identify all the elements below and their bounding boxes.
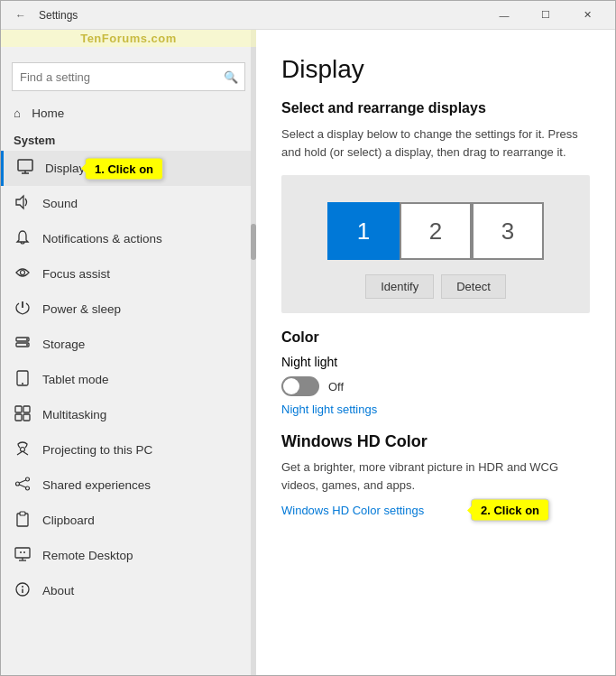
svg-rect-23	[15, 548, 30, 558]
night-light-toggle[interactable]	[281, 376, 319, 396]
monitor-buttons: Identify Detect	[365, 274, 506, 299]
maximize-button[interactable]: ☐	[525, 1, 566, 30]
svg-point-8	[26, 344, 28, 346]
sidebar-item-notifications-label: Notifications & actions	[42, 232, 162, 245]
svg-point-16	[16, 482, 20, 486]
svg-rect-22	[20, 512, 25, 515]
shared-icon	[14, 476, 32, 495]
sidebar-item-shared[interactable]: Shared experiences	[1, 468, 256, 503]
search-input[interactable]	[12, 62, 245, 91]
sidebar-item-remote[interactable]: Remote Desktop	[1, 538, 256, 573]
monitor-3[interactable]: 3	[472, 202, 544, 260]
svg-rect-14	[23, 414, 30, 421]
night-light-label: Night light	[281, 355, 337, 369]
night-light-row: Night light	[281, 355, 590, 369]
svg-rect-11	[15, 406, 22, 412]
main-content: TenForums.com 🔍 ⌂ Home System	[1, 30, 615, 675]
focus-icon	[14, 264, 32, 283]
svg-point-7	[26, 338, 28, 340]
svg-rect-0	[18, 160, 32, 171]
sidebar: TenForums.com 🔍 ⌂ Home System	[1, 30, 256, 675]
home-icon: ⌂	[14, 106, 21, 120]
monitor-area: 1 2 3 Identify Detect	[281, 175, 590, 313]
about-icon	[14, 581, 32, 600]
back-button[interactable]: ←	[8, 3, 33, 28]
sidebar-item-multitasking-label: Multitasking	[42, 408, 106, 421]
search-box: 🔍	[12, 62, 245, 91]
detect-button[interactable]: Detect	[441, 274, 506, 299]
toggle-state-label: Off	[328, 380, 344, 394]
sidebar-item-home[interactable]: ⌂ Home	[1, 98, 256, 128]
sidebar-item-storage-label: Storage	[42, 338, 85, 351]
sidebar-item-remote-label: Remote Desktop	[42, 549, 133, 562]
sidebar-item-sound[interactable]: Sound	[1, 186, 256, 221]
svg-point-10	[22, 383, 23, 384]
home-label: Home	[32, 106, 64, 120]
sidebar-item-clipboard-label: Clipboard	[42, 514, 95, 527]
page-title: Display	[281, 55, 590, 84]
rearrange-desc: Select a display below to change the set…	[281, 125, 590, 161]
hd-link-row: Windows HD Color settings 2. Click on	[281, 503, 424, 517]
sidebar-item-focus-label: Focus assist	[42, 267, 110, 281]
callout-2: 2. Click on	[471, 499, 549, 522]
callout2-arrow	[463, 505, 472, 514]
sidebar-item-power[interactable]: Power & sleep	[1, 292, 256, 327]
main-panel: Display Select and rearrange displays Se…	[256, 30, 615, 675]
svg-marker-3	[16, 196, 23, 208]
sidebar-item-multitasking[interactable]: Multitasking	[1, 397, 256, 432]
monitor-2[interactable]: 2	[400, 202, 472, 260]
callout-1: 1. Click on	[85, 157, 163, 180]
minimize-button[interactable]: —	[483, 1, 525, 30]
projecting-icon	[14, 440, 32, 459]
sidebar-item-sound-label: Sound	[42, 197, 78, 210]
sidebar-item-projecting[interactable]: Projecting to this PC	[1, 432, 256, 468]
svg-point-17	[26, 477, 30, 481]
sidebar-item-tablet-label: Tablet mode	[42, 373, 109, 386]
sidebar-item-notifications[interactable]: Notifications & actions	[1, 221, 256, 256]
svg-point-4	[21, 271, 25, 275]
sound-icon	[14, 194, 32, 213]
sidebar-list: Display 1. Click on Sound	[1, 151, 256, 675]
sidebar-item-tablet[interactable]: Tablet mode	[1, 362, 256, 397]
sidebar-item-about-label: About	[42, 584, 74, 597]
svg-rect-13	[15, 414, 22, 421]
window-title: Settings	[33, 9, 483, 22]
sidebar-item-about[interactable]: About	[1, 573, 256, 608]
notifications-icon	[14, 229, 32, 248]
night-light-settings-link[interactable]: Night light settings	[281, 403, 377, 416]
svg-rect-12	[23, 406, 30, 412]
svg-point-18	[26, 486, 30, 490]
identify-button[interactable]: Identify	[365, 274, 434, 299]
hd-color-section: Windows HD Color Get a brighter, more vi…	[281, 432, 590, 517]
system-label: System	[1, 128, 256, 151]
sidebar-item-clipboard[interactable]: Clipboard	[1, 503, 256, 538]
color-section: Color Night light Off Night light settin…	[281, 329, 590, 416]
toggle-knob	[283, 378, 299, 394]
color-title: Color	[281, 329, 590, 346]
close-button[interactable]: ✕	[566, 1, 608, 30]
rearrange-title: Select and rearrange displays	[281, 100, 590, 116]
toggle-row: Off	[281, 376, 590, 396]
watermark: TenForums.com	[1, 30, 256, 47]
multitasking-icon	[14, 405, 32, 424]
hd-color-settings-link[interactable]: Windows HD Color settings	[281, 504, 424, 517]
monitor-1[interactable]: 1	[327, 202, 400, 260]
storage-icon	[14, 335, 32, 354]
clipboard-icon	[14, 511, 32, 530]
remote-icon	[14, 546, 32, 565]
search-icon: 🔍	[224, 70, 238, 84]
sidebar-item-focus[interactable]: Focus assist	[1, 256, 256, 292]
hd-color-desc: Get a brighter, more vibrant picture in …	[281, 458, 590, 494]
monitor-row: 1 2 3	[327, 202, 544, 260]
sidebar-item-storage[interactable]: Storage	[1, 327, 256, 362]
sidebar-item-display[interactable]: Display 1. Click on	[1, 151, 256, 186]
sidebar-item-shared-label: Shared experiences	[42, 478, 151, 492]
settings-window: ← Settings — ☐ ✕ TenForums.com 🔍 ⌂ Home …	[0, 0, 616, 676]
window-controls: — ☐ ✕	[483, 1, 608, 30]
tablet-icon	[14, 370, 32, 389]
svg-line-20	[20, 485, 26, 487]
hd-color-title: Windows HD Color	[281, 432, 590, 451]
svg-line-19	[20, 480, 26, 483]
sidebar-item-projecting-label: Projecting to this PC	[42, 443, 152, 457]
svg-point-29	[22, 586, 23, 588]
